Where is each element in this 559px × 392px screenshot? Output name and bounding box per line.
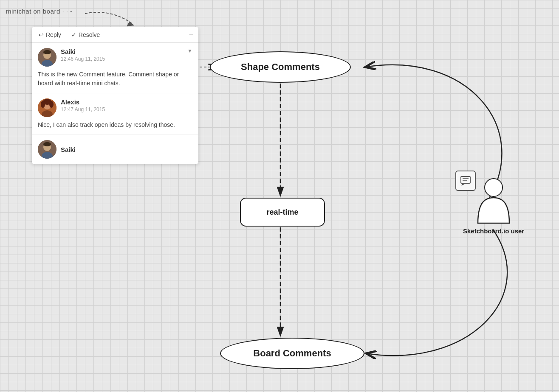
resolve-label: Resolve: [79, 31, 100, 38]
board-comments-shape: Board Comments: [220, 338, 364, 369]
board-comments-label: Board Comments: [253, 348, 331, 359]
author-name-2: Alexis: [61, 98, 105, 106]
chat-message-2: Alexis 12:47 Aug 11, 2015 Nice, I can al…: [32, 93, 198, 135]
avatar-alexis: [38, 98, 56, 117]
resolve-button[interactable]: ✓ Resolve: [70, 31, 102, 39]
user-label: Sketchboard.io user: [463, 227, 524, 235]
user-figure: Sketchboard.io user: [463, 178, 524, 235]
svg-point-16: [41, 101, 45, 108]
message-header-2: Alexis 12:47 Aug 11, 2015: [38, 98, 192, 117]
avatar-saiki-1: [38, 48, 56, 67]
minimize-button[interactable]: −: [189, 31, 193, 39]
message-text-2: Nice, I can also track open ideas by res…: [38, 120, 192, 129]
message-header-1: Saiki 12:46 Aug 11, 2015 ▼: [38, 48, 192, 67]
avatar-saiki-2: [38, 140, 56, 159]
user-head: [484, 178, 503, 197]
chat-panel: ↩ Reply ✓ Resolve −: [32, 27, 198, 164]
message-text-1: This is the new Comment feature. Comment…: [38, 70, 192, 88]
message-time-1: 12:46 Aug 11, 2015: [61, 56, 105, 62]
chat-toolbar: ↩ Reply ✓ Resolve −: [32, 27, 198, 43]
message-dropdown-1[interactable]: ▼: [187, 48, 192, 54]
realtime-shape: real-time: [240, 198, 325, 227]
message-meta-1: Saiki 12:46 Aug 11, 2015: [61, 48, 105, 62]
svg-point-11: [43, 50, 51, 54]
message-meta-2: Alexis 12:47 Aug 11, 2015: [61, 98, 105, 112]
shape-comments-label: Shape Comments: [241, 62, 320, 73]
realtime-label: real-time: [266, 208, 298, 217]
author-name-1: Saiki: [61, 48, 105, 55]
chat-message-3: Saiki: [32, 135, 198, 164]
chat-message-1: Saiki 12:46 Aug 11, 2015 ▼ This is the n…: [32, 43, 198, 93]
board-title: minichat on board · · -: [6, 8, 73, 15]
shape-comments-shape: Shape Comments: [210, 51, 351, 83]
reply-button[interactable]: ↩ Reply: [37, 31, 63, 39]
message-time-2: 12:47 Aug 11, 2015: [61, 106, 105, 112]
user-body-svg: [474, 197, 513, 224]
reply-label: Reply: [46, 31, 61, 38]
svg-point-21: [43, 142, 51, 146]
reply-icon: ↩: [39, 31, 44, 38]
svg-point-17: [49, 101, 54, 108]
author-name-3: Saiki: [61, 146, 76, 153]
resolve-icon: ✓: [71, 31, 76, 38]
chat-messages: Saiki 12:46 Aug 11, 2015 ▼ This is the n…: [32, 43, 198, 164]
